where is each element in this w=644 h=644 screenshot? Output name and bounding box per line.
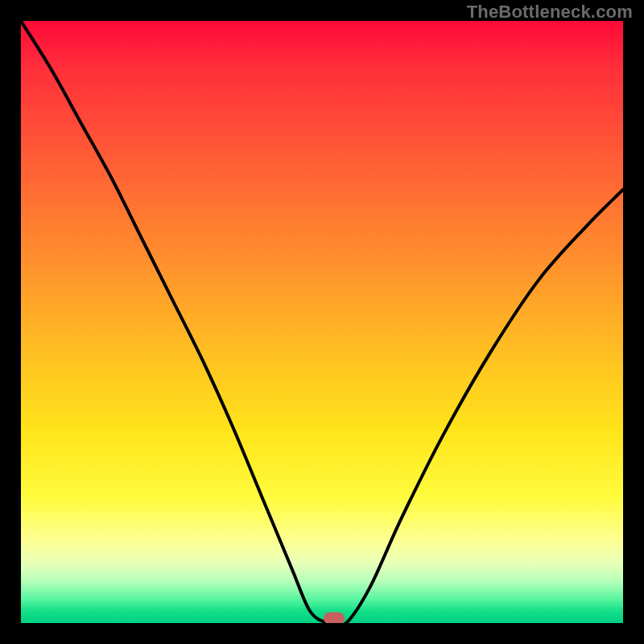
watermark-text: TheBottleneck.com <box>467 2 633 23</box>
bottleneck-curve <box>21 21 623 623</box>
chart-frame: TheBottleneck.com <box>0 0 644 644</box>
optimum-marker <box>324 613 345 624</box>
plot-area <box>21 21 623 623</box>
